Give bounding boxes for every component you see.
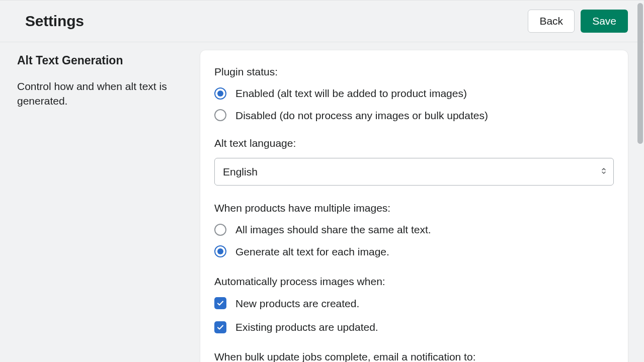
section-description: Control how and when alt text is generat… — [17, 79, 180, 108]
checkbox-label: New products are created. — [235, 296, 359, 311]
radio-label: Enabled (alt text will be added to produ… — [235, 86, 467, 101]
radio-status-disabled[interactable]: Disabled (do not process any images or b… — [214, 108, 614, 123]
auto-process-label: Automatically process images when: — [214, 274, 614, 289]
section-sidebar: Alt Text Generation Control how and when… — [17, 50, 180, 362]
radio-label: Generate alt text for each image. — [235, 244, 389, 259]
multi-image-label: When products have multiple images: — [214, 201, 614, 215]
radio-icon — [214, 109, 226, 121]
checkbox-existing-products[interactable]: Existing products are updated. — [214, 320, 614, 334]
language-label: Alt text language: — [214, 136, 614, 150]
radio-icon — [214, 87, 226, 100]
radio-label: Disabled (do not process any images or b… — [235, 108, 488, 123]
section-title: Alt Text Generation — [17, 52, 180, 68]
language-select-wrapper: English — [214, 158, 614, 186]
page-title: Settings — [25, 11, 84, 32]
plugin-status-label: Plugin status: — [214, 64, 614, 79]
back-button[interactable]: Back — [528, 10, 575, 33]
radio-icon — [214, 245, 226, 257]
header-bar: Settings Back Save — [0, 0, 644, 42]
vertical-scrollbar[interactable] — [637, 2, 644, 360]
content-area: Alt Text Generation Control how and when… — [0, 42, 644, 362]
scrollbar-thumb[interactable] — [637, 3, 643, 144]
checkbox-icon — [214, 321, 226, 333]
radio-multi-each[interactable]: Generate alt text for each image. — [214, 244, 614, 259]
notify-label: When bulk update jobs complete, email a … — [214, 349, 614, 362]
checkbox-new-products[interactable]: New products are created. — [214, 296, 614, 311]
radio-multi-same[interactable]: All images should share the same alt tex… — [214, 222, 614, 237]
checkbox-label: Existing products are updated. — [235, 320, 378, 334]
radio-status-enabled[interactable]: Enabled (alt text will be added to produ… — [214, 86, 614, 101]
settings-card: Plugin status: Enabled (alt text will be… — [200, 50, 628, 362]
radio-icon — [214, 224, 226, 236]
checkbox-icon — [214, 297, 226, 309]
header-actions: Back Save — [528, 10, 628, 33]
radio-label: All images should share the same alt tex… — [235, 222, 431, 237]
language-select[interactable]: English — [214, 158, 614, 186]
save-button[interactable]: Save — [581, 10, 628, 33]
